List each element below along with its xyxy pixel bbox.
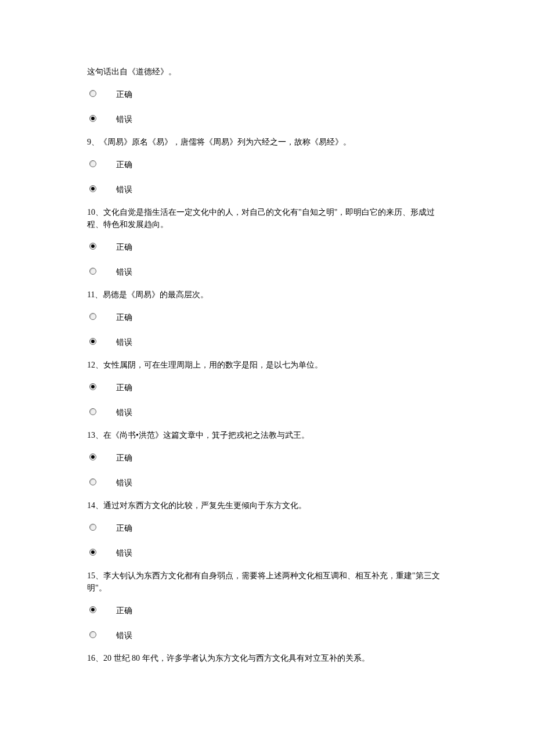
option-label-incorrect: 错误	[116, 264, 132, 278]
option-label-incorrect: 错误	[116, 181, 132, 196]
q16-text: 16、20 世纪 80 年代，许多学者认为东方文化与西方文化具有对立互补的关系。	[87, 652, 447, 664]
radio-icon	[89, 453, 96, 460]
radio-icon	[89, 90, 96, 97]
q12-text: 12、女性属阴，可在生理周期上，用的数字是阳，是以七为单位。	[87, 359, 447, 371]
q14-option-correct[interactable]: 正确	[87, 520, 447, 534]
radio-icon	[89, 243, 96, 250]
q13-option-incorrect[interactable]: 错误	[87, 474, 447, 489]
option-label-incorrect: 错误	[116, 545, 132, 559]
q8-option-correct[interactable]: 正确	[87, 86, 447, 100]
q14-option-incorrect[interactable]: 错误	[87, 545, 447, 559]
q11-option-incorrect[interactable]: 错误	[87, 334, 447, 348]
q10-text: 10、文化自觉是指生活在一定文化中的人，对自己的文化有"自知之明"，即明白它的来…	[87, 206, 447, 231]
radio-icon	[89, 338, 96, 345]
option-label-incorrect: 错误	[116, 404, 132, 419]
option-label-correct: 正确	[116, 239, 132, 253]
q14-text: 14、通过对东西方文化的比较，严复先生更倾向于东方文化。	[87, 499, 447, 512]
q9-text: 9、《周易》原名《易》，唐儒将《周易》列为六经之一，故称《易经》。	[87, 136, 447, 148]
radio-icon	[89, 115, 96, 122]
radio-icon	[89, 313, 96, 320]
option-label-incorrect: 错误	[116, 474, 132, 489]
radio-icon	[89, 549, 96, 556]
option-label-correct: 正确	[116, 602, 132, 617]
radio-icon	[89, 268, 96, 275]
q11-text: 11、易德是《周易》的最高层次。	[87, 289, 447, 301]
intro-text: 这句话出自《道德经》。	[87, 66, 447, 78]
radio-icon	[89, 606, 96, 613]
q9-option-correct[interactable]: 正确	[87, 156, 447, 171]
radio-icon	[89, 185, 96, 192]
option-label-correct: 正确	[116, 520, 132, 534]
option-label-incorrect: 错误	[116, 334, 132, 348]
q9-option-incorrect[interactable]: 错误	[87, 181, 447, 196]
radio-icon	[89, 160, 96, 167]
option-label-correct: 正确	[116, 309, 132, 323]
q10-option-incorrect[interactable]: 错误	[87, 264, 447, 278]
q15-option-incorrect[interactable]: 错误	[87, 627, 447, 642]
q8-option-incorrect[interactable]: 错误	[87, 111, 447, 125]
option-label-incorrect: 错误	[116, 627, 132, 642]
radio-icon	[89, 631, 96, 638]
q11-option-correct[interactable]: 正确	[87, 309, 447, 323]
option-label-correct: 正确	[116, 156, 132, 171]
q12-option-incorrect[interactable]: 错误	[87, 404, 447, 419]
option-label-correct: 正确	[116, 379, 132, 394]
radio-icon	[89, 524, 96, 531]
q13-text: 13、在《尚书•洪范》这篇文章中，箕子把戎祀之法教与武王。	[87, 429, 447, 441]
radio-icon	[89, 383, 96, 390]
radio-icon	[89, 408, 96, 415]
q15-option-correct[interactable]: 正确	[87, 602, 447, 617]
option-label-correct: 正确	[116, 449, 132, 464]
option-label-incorrect: 错误	[116, 111, 132, 125]
q10-option-correct[interactable]: 正确	[87, 239, 447, 253]
q13-option-correct[interactable]: 正确	[87, 449, 447, 464]
q12-option-correct[interactable]: 正确	[87, 379, 447, 394]
radio-icon	[89, 478, 96, 485]
option-label-correct: 正确	[116, 86, 132, 100]
q15-text: 15、李大钊认为东西方文化都有自身弱点，需要将上述两种文化相互调和、相互补充，重…	[87, 570, 447, 594]
